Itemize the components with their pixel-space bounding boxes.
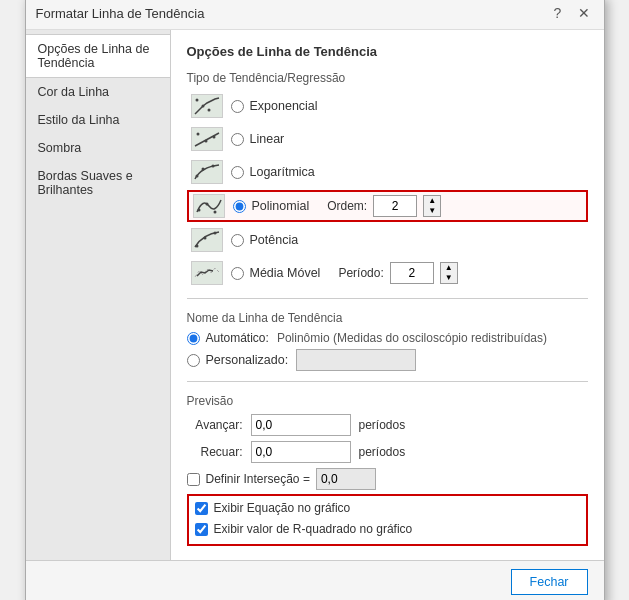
svg-point-8 [201, 168, 204, 171]
periodo-spinner: ▲ ▼ [440, 262, 458, 284]
option-linear: Linear [187, 124, 588, 154]
radio-personalizado-label[interactable]: Personalizado: [187, 353, 289, 367]
icon-media-movel [191, 261, 223, 285]
sidebar-item-bordas[interactable]: Bordas Suaves e Brilhantes [26, 162, 170, 204]
radio-linear[interactable] [231, 133, 244, 146]
nome-label: Nome da Linha de Tendência [187, 311, 588, 325]
dialog-title: Formatar Linha de Tendência [36, 6, 205, 21]
radio-polinomial[interactable] [233, 200, 246, 213]
close-button[interactable]: ✕ [574, 3, 594, 23]
radio-logaritmica-label[interactable]: Logarítmica [231, 165, 315, 179]
radio-polinomial-label[interactable]: Polinomial [233, 199, 310, 213]
avancar-input[interactable] [251, 414, 351, 436]
dialog-titlebar: Formatar Linha de Tendência ? ✕ [26, 0, 604, 30]
previsao-label: Previsão [187, 394, 588, 408]
periodo-down-button[interactable]: ▼ [441, 273, 457, 283]
svg-point-7 [195, 175, 198, 178]
periodo-up-button[interactable]: ▲ [441, 263, 457, 273]
exibir-r-label[interactable]: Exibir valor de R-quadrado no gráfico [214, 522, 413, 536]
dialog-footer: Fechar [26, 560, 604, 600]
sidebar-item-sombra[interactable]: Sombra [26, 134, 170, 162]
svg-point-4 [196, 133, 199, 136]
trend-type-label: Tipo de Tendência/Regressão [187, 71, 588, 85]
previsao-section: Previsão Avançar: períodos Recuar: perío… [187, 394, 588, 463]
personalizado-input[interactable] [296, 349, 416, 371]
exibir-r-checkbox[interactable] [195, 523, 208, 536]
option-exponencial: Exponencial [187, 91, 588, 121]
option-media-movel: Média Móvel Período: ▲ ▼ [187, 258, 588, 288]
radio-media-movel[interactable] [231, 267, 244, 280]
titlebar-controls: ? ✕ [548, 3, 594, 23]
svg-point-15 [213, 232, 216, 235]
svg-point-10 [197, 209, 200, 212]
radio-potencia-label[interactable]: Potência [231, 233, 299, 247]
period-group: Período: ▲ ▼ [338, 262, 457, 284]
intersecao-input[interactable] [316, 468, 376, 490]
svg-point-2 [207, 109, 210, 112]
svg-point-12 [213, 211, 216, 214]
fechar-button[interactable]: Fechar [511, 569, 588, 595]
main-panel: Opções de Linha de Tendência Tipo de Ten… [171, 30, 604, 560]
exibir-equacao-label[interactable]: Exibir Equação no gráfico [214, 501, 351, 515]
recuar-input[interactable] [251, 441, 351, 463]
recuar-label: Recuar: [187, 445, 243, 459]
section-title: Opções de Linha de Tendência [187, 44, 588, 59]
radio-exponencial-label[interactable]: Exponencial [231, 99, 318, 113]
ordem-down-button[interactable]: ▼ [424, 206, 440, 216]
avancar-unit: períodos [359, 418, 406, 432]
radio-automatico-label[interactable]: Automático: [187, 331, 269, 345]
radio-exponencial[interactable] [231, 100, 244, 113]
ordem-up-button[interactable]: ▲ [424, 196, 440, 206]
radio-personalizado[interactable] [187, 354, 200, 367]
recuar-unit: períodos [359, 445, 406, 459]
sidebar-item-cor[interactable]: Cor da Linha [26, 78, 170, 106]
divider-1 [187, 298, 588, 299]
svg-point-11 [205, 203, 208, 206]
icon-logaritmica [191, 160, 223, 184]
radio-automatico[interactable] [187, 332, 200, 345]
auto-row: Automático: Polinômio (Medidas do oscilo… [187, 331, 588, 345]
ordem-label: Ordem: [327, 199, 367, 213]
intersecao-row: Definir Interseção = [187, 468, 588, 490]
svg-point-1 [201, 105, 204, 108]
sidebar: Opções de Linha de Tendência Cor da Linh… [26, 30, 171, 560]
icon-exponencial [191, 94, 223, 118]
custom-row: Personalizado: [187, 349, 588, 371]
checkbox-container: Exibir Equação no gráfico Exibir valor d… [187, 494, 588, 546]
periodo-label: Período: [338, 266, 383, 280]
svg-point-6 [212, 136, 215, 139]
nome-section: Nome da Linha de Tendência Automático: P… [187, 311, 588, 371]
periodo-input[interactable] [390, 262, 434, 284]
icon-polinomial [193, 194, 225, 218]
svg-point-0 [195, 99, 198, 102]
dialog-body: Opções de Linha de Tendência Cor da Linh… [26, 30, 604, 560]
radio-logaritmica[interactable] [231, 166, 244, 179]
recuar-row: Recuar: períodos [187, 441, 588, 463]
ordem-input[interactable] [373, 195, 417, 217]
order-group: Ordem: ▲ ▼ [327, 195, 441, 217]
option-potencia: Potência [187, 225, 588, 255]
svg-point-5 [204, 140, 207, 143]
exibir-equacao-row: Exibir Equação no gráfico [193, 499, 582, 517]
sidebar-item-opcoes[interactable]: Opções de Linha de Tendência [26, 34, 170, 78]
divider-2 [187, 381, 588, 382]
option-logaritmica: Logarítmica [187, 157, 588, 187]
radio-linear-label[interactable]: Linear [231, 132, 285, 146]
trend-options: Exponencial Linear [187, 91, 588, 288]
avancar-row: Avançar: períodos [187, 414, 588, 436]
help-button[interactable]: ? [548, 3, 568, 23]
icon-potencia [191, 228, 223, 252]
avancar-label: Avançar: [187, 418, 243, 432]
svg-point-14 [203, 237, 206, 240]
svg-point-9 [211, 165, 214, 168]
automatico-value: Polinômio (Medidas do osciloscópio redis… [277, 331, 547, 345]
intersecao-checkbox[interactable] [187, 473, 200, 486]
radio-potencia[interactable] [231, 234, 244, 247]
svg-point-13 [195, 245, 198, 248]
intersecao-label: Definir Interseção = [206, 472, 310, 486]
icon-linear [191, 127, 223, 151]
exibir-equacao-checkbox[interactable] [195, 502, 208, 515]
sidebar-item-estilo[interactable]: Estilo da Linha [26, 106, 170, 134]
radio-media-movel-label[interactable]: Média Móvel [231, 266, 321, 280]
ordem-spinner: ▲ ▼ [423, 195, 441, 217]
